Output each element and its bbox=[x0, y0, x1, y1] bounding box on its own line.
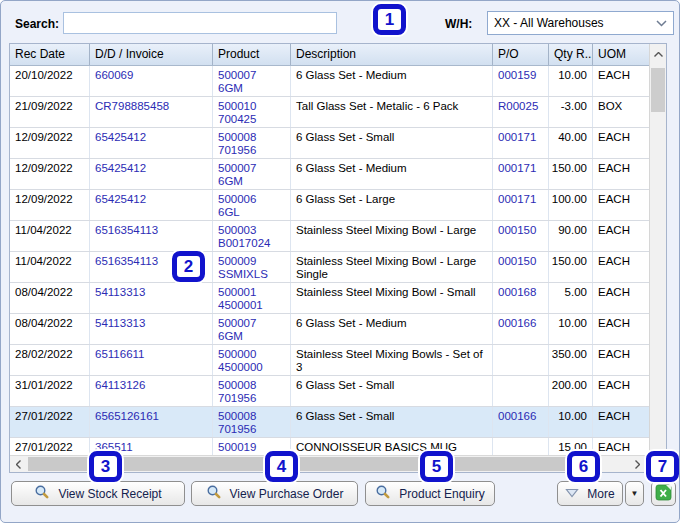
cell-po[interactable]: 000166 bbox=[493, 407, 549, 437]
cell-invoice[interactable]: 65425412 bbox=[90, 159, 213, 189]
table-row[interactable]: 20/10/2022 660069 5000076GM 6 Glass Set … bbox=[10, 66, 649, 97]
cell-product[interactable]: 500009SSMIXLS bbox=[213, 252, 291, 282]
callout-badge-5: 5 bbox=[420, 451, 453, 482]
scroll-up-icon[interactable] bbox=[650, 44, 666, 64]
cell-product[interactable]: 5000076GM bbox=[213, 314, 291, 344]
callout-badge-4: 4 bbox=[265, 451, 298, 482]
cell-invoice[interactable]: 6565126161 bbox=[90, 407, 213, 437]
warehouse-dropdown-value: XX - All Warehouses bbox=[494, 16, 604, 30]
cell-invoice[interactable]: 54113313 bbox=[90, 314, 213, 344]
cell-invoice[interactable]: 65116611 bbox=[90, 345, 213, 375]
table-row[interactable]: 28/02/2022 65116611 5000004500000 Stainl… bbox=[10, 345, 649, 376]
cell-product[interactable]: 500003B0017024 bbox=[213, 221, 291, 251]
cell-description: Stainless Steel Mixing Bowl - Large bbox=[291, 221, 493, 251]
column-header-product[interactable]: Product bbox=[213, 44, 291, 65]
cell-product[interactable]: 500008701956 bbox=[213, 376, 291, 406]
cell-qty: 10.00 bbox=[549, 66, 593, 96]
cell-po[interactable]: 000166 bbox=[493, 314, 549, 344]
table-row[interactable]: 12/09/2022 65425412 5000076GM 6 Glass Se… bbox=[10, 159, 649, 190]
view-stock-receipt-button[interactable]: View Stock Receipt bbox=[11, 481, 185, 506]
cell-invoice[interactable]: 65425412 bbox=[90, 190, 213, 220]
more-label: More bbox=[587, 487, 614, 501]
cell-qty: 10.00 bbox=[549, 314, 593, 344]
table-body: 20/10/2022 660069 5000076GM 6 Glass Set … bbox=[10, 66, 649, 455]
cell-uom: EACH bbox=[593, 345, 649, 375]
cell-product[interactable]: 5000014500001 bbox=[213, 283, 291, 313]
magnifier-icon bbox=[375, 484, 391, 503]
cell-uom: EACH bbox=[593, 128, 649, 158]
cell-qty: 10.00 bbox=[549, 407, 593, 437]
cell-invoice[interactable]: 64113126 bbox=[90, 376, 213, 406]
cell-rec-date: 27/01/2022 bbox=[10, 407, 90, 437]
table-row[interactable]: 11/04/2022 6516354113 500009SSMIXLS Stai… bbox=[10, 252, 649, 283]
view-purchase-order-button[interactable]: View Purchase Order bbox=[191, 481, 358, 506]
cell-po[interactable]: 000171 bbox=[493, 159, 549, 189]
table-row[interactable]: 12/09/2022 65425412 5000066GL 6 Glass Se… bbox=[10, 190, 649, 221]
callout-badge-7: 7 bbox=[646, 451, 679, 482]
cell-product[interactable]: 5000076GM bbox=[213, 159, 291, 189]
cell-product[interactable]: 5000076GM bbox=[213, 66, 291, 96]
table-row[interactable]: 27/01/2022 6565126161 500008701956 6 Gla… bbox=[10, 407, 649, 438]
cell-qty: 150.00 bbox=[549, 159, 593, 189]
cell-po[interactable] bbox=[493, 376, 549, 406]
cell-po[interactable]: 000168 bbox=[493, 283, 549, 313]
cell-description: 6 Glass Set - Large bbox=[291, 190, 493, 220]
cell-description: 6 Glass Set - Small bbox=[291, 376, 493, 406]
more-split-arrow-button[interactable]: ▼ bbox=[625, 481, 644, 506]
product-enquiry-button[interactable]: Product Enquiry bbox=[365, 481, 495, 506]
search-input[interactable] bbox=[63, 12, 337, 34]
vertical-scrollbar-thumb[interactable] bbox=[651, 68, 665, 112]
cell-invoice[interactable]: 6516354113 bbox=[90, 221, 213, 251]
cell-uom: EACH bbox=[593, 190, 649, 220]
cell-uom: EACH bbox=[593, 221, 649, 251]
cell-invoice[interactable]: 65425412 bbox=[90, 128, 213, 158]
cell-description: 6 Glass Set - Small bbox=[291, 128, 493, 158]
table-row[interactable]: 12/09/2022 65425412 500008701956 6 Glass… bbox=[10, 128, 649, 159]
scroll-right-icon[interactable] bbox=[629, 456, 646, 472]
column-header-rec-date[interactable]: Rec Date bbox=[10, 44, 90, 65]
vertical-scrollbar[interactable] bbox=[649, 44, 666, 455]
cell-po[interactable]: R00025 bbox=[493, 97, 549, 127]
table-row[interactable]: 08/04/2022 54113313 5000076GM 6 Glass Se… bbox=[10, 314, 649, 345]
table-row[interactable]: 11/04/2022 6516354113 500003B0017024 Sta… bbox=[10, 221, 649, 252]
cell-qty: 90.00 bbox=[549, 221, 593, 251]
scroll-left-icon[interactable] bbox=[10, 456, 27, 472]
column-header-po[interactable]: P/O bbox=[493, 44, 549, 65]
stock-receipts-window: Search: W/H: XX - All Warehouses Rec Dat… bbox=[0, 0, 680, 523]
cell-po[interactable]: 000150 bbox=[493, 252, 549, 282]
cell-po[interactable] bbox=[493, 345, 549, 375]
cell-product[interactable]: 500008701956 bbox=[213, 128, 291, 158]
cell-po[interactable]: 000171 bbox=[493, 128, 549, 158]
cell-product[interactable]: 500008701956 bbox=[213, 407, 291, 437]
cell-invoice[interactable]: 54113313 bbox=[90, 283, 213, 313]
cell-product[interactable]: 500010700425 bbox=[213, 97, 291, 127]
cell-product[interactable]: 5000066GL bbox=[213, 190, 291, 220]
cell-po[interactable]: 000171 bbox=[493, 190, 549, 220]
cell-rec-date: 11/04/2022 bbox=[10, 221, 90, 251]
table-header-row: Rec Date D/D / Invoice Product Descripti… bbox=[10, 44, 649, 66]
cell-description: Stainless Steel Mixing Bowl - Large Sing… bbox=[291, 252, 493, 282]
cell-invoice[interactable]: 660069 bbox=[90, 66, 213, 96]
cell-rec-date: 27/01/2022 bbox=[10, 438, 90, 455]
more-button[interactable]: More bbox=[557, 481, 623, 506]
cell-product[interactable]: 5000004500000 bbox=[213, 345, 291, 375]
cell-po[interactable] bbox=[493, 438, 549, 455]
cell-po[interactable]: 000159 bbox=[493, 66, 549, 96]
magnifier-icon bbox=[206, 484, 222, 503]
cell-invoice[interactable]: CR798885458 bbox=[90, 97, 213, 127]
cell-qty: -3.00 bbox=[549, 97, 593, 127]
column-header-uom[interactable]: UOM bbox=[593, 44, 649, 65]
table-row[interactable]: 31/01/2022 64113126 500008701956 6 Glass… bbox=[10, 376, 649, 407]
callout-badge-1: 1 bbox=[373, 4, 406, 35]
column-header-description[interactable]: Description bbox=[291, 44, 493, 65]
chevron-down-icon bbox=[656, 20, 667, 27]
cell-rec-date: 08/04/2022 bbox=[10, 283, 90, 313]
column-header-invoice[interactable]: D/D / Invoice bbox=[90, 44, 213, 65]
cell-rec-date: 12/09/2022 bbox=[10, 190, 90, 220]
table-row[interactable]: 21/09/2022 CR798885458 500010700425 Tall… bbox=[10, 97, 649, 128]
cell-po[interactable]: 000150 bbox=[493, 221, 549, 251]
table-row[interactable]: 08/04/2022 54113313 5000014500001 Stainl… bbox=[10, 283, 649, 314]
warehouse-dropdown[interactable]: XX - All Warehouses bbox=[487, 11, 674, 35]
export-to-excel-button[interactable] bbox=[651, 481, 676, 506]
column-header-qty[interactable]: Qty R... bbox=[549, 44, 593, 65]
